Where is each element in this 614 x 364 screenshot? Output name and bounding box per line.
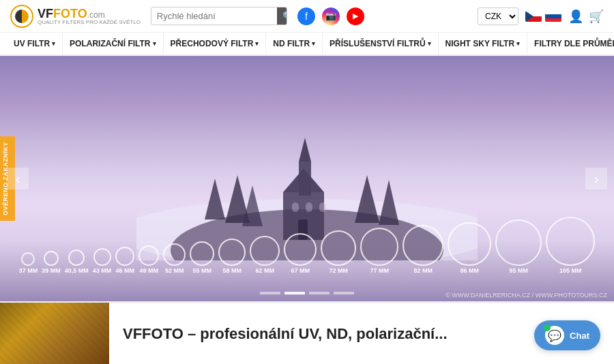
header-icons: 👤 🛒 [568, 9, 604, 24]
filter-size-label: 46 MM [116, 267, 135, 274]
main-nav: UV FILTR▾POLARIZAČNÍ FILTR▾PŘECHODOVÝ FI… [0, 33, 614, 56]
chat-button[interactable]: 💬 Chat [534, 320, 600, 350]
logo-circle [10, 5, 33, 28]
filter-circle [163, 243, 186, 266]
svg-rect-12 [292, 202, 299, 212]
filter-size-label: 58 MM [223, 267, 242, 274]
social-icons: f 📷 ▶ [297, 7, 364, 25]
filter-size-label: 52 MM [165, 267, 184, 274]
nav-item-uv-filtr[interactable]: UV FILTR▾ [7, 33, 63, 55]
filter-circle [546, 217, 595, 266]
nav-arrow-icon: ▾ [312, 40, 315, 47]
filter-circle [138, 245, 159, 266]
facebook-icon[interactable]: f [297, 7, 315, 25]
slovak-flag[interactable] [545, 11, 561, 22]
filter-size-item[interactable]: 52 MM [163, 243, 186, 274]
filter-size-item[interactable]: 95 MM [495, 219, 542, 274]
filter-size-item[interactable]: 72 MM [321, 230, 356, 274]
filter-circle [403, 225, 443, 266]
svg-rect-10 [299, 162, 311, 196]
logo-subtitle: QUALITY FILTERS PRO KAŽDÉ SVĚTLO [38, 19, 141, 25]
filter-size-label: 77 MM [370, 267, 390, 274]
filter-size-label: 37 MM [19, 267, 38, 274]
filter-circle [68, 249, 85, 266]
search-input[interactable] [151, 7, 277, 25]
header: VFFOTO.com QUALITY FILTERS PRO KAŽDÉ SVĚ… [0, 0, 614, 33]
nav-arrow-icon: ▾ [153, 40, 156, 47]
nav-arrow-icon: ▾ [52, 40, 55, 47]
filter-sizes-row: 37 MM39 MM40,5 MM43 MM46 MM49 MM52 MM55 … [0, 217, 614, 274]
filter-size-item[interactable]: 86 MM [448, 222, 491, 274]
hero-section: OVĚRENO ZÁKAZNÍKY ‹ › 37 MM39 MM4 [0, 56, 614, 301]
filter-size-item[interactable]: 46 MM [115, 247, 134, 274]
nav-arrow-icon: ▾ [428, 40, 431, 47]
nav-item-night-sky-filtr[interactable]: NIGHT SKY FILTR▾ [439, 33, 528, 55]
filter-size-item[interactable]: 37 MM [19, 252, 38, 274]
filter-size-item[interactable]: 62 MM [250, 236, 280, 274]
nav-item-filtry-dle-průměru[interactable]: FILTRY DLE PRŮMĚRU▾ [527, 33, 614, 55]
filter-circle [448, 222, 491, 266]
youtube-icon[interactable]: ▶ [347, 7, 364, 25]
filter-size-label: 95 MM [510, 267, 529, 274]
svg-marker-3 [205, 179, 225, 219]
bottom-title: VFFOTO – profesionální UV, ND, polarizač… [109, 315, 461, 353]
filter-circle [495, 219, 542, 266]
filter-size-label: 39 MM [42, 267, 61, 274]
instagram-icon[interactable]: 📷 [322, 7, 340, 25]
search-area: 🔍 [151, 7, 287, 25]
filter-size-label: 67 MM [291, 267, 310, 274]
nav-arrow-icon: ▾ [255, 40, 259, 47]
filter-size-item[interactable]: 55 MM [190, 241, 214, 274]
hero-prev-button[interactable]: ‹ [7, 168, 29, 189]
slide-dots [260, 292, 354, 294]
logo-label-orange: FOTO [53, 7, 87, 20]
filter-size-item[interactable]: 77 MM [360, 228, 398, 274]
logo-label: VF [38, 7, 53, 20]
nav-item-přechodový-filtr[interactable]: PŘECHODOVÝ FILTR▾ [164, 33, 267, 55]
nav-item-nd-filtr[interactable]: ND FILTR▾ [266, 33, 323, 55]
filter-size-item[interactable]: 49 MM [138, 245, 159, 274]
svg-marker-11 [299, 138, 311, 162]
filter-size-item[interactable]: 67 MM [284, 233, 317, 274]
filter-size-item[interactable]: 82 MM [403, 225, 443, 274]
filter-size-label: 82 MM [414, 267, 433, 274]
hero-next-button[interactable]: › [585, 168, 607, 189]
czech-flag[interactable] [525, 11, 542, 22]
filter-size-label: 62 MM [256, 267, 275, 274]
filter-size-item[interactable]: 58 MM [218, 239, 246, 274]
flag-icons [525, 11, 561, 22]
bottom-section: VFFOTO – profesionální UV, ND, polarizač… [0, 301, 614, 364]
nav-arrow-icon: ▾ [516, 40, 520, 47]
filter-size-item[interactable]: 40,5 MM [65, 249, 89, 274]
filter-size-label: 72 MM [330, 267, 349, 274]
hero-copyright: © WWW.DANIELRERICHA.CZ / WWW.PHOTOTOURS.… [445, 292, 607, 299]
cart-icon[interactable]: 🛒 [589, 9, 604, 24]
filter-circle [21, 252, 35, 266]
slide-dot-2[interactable] [309, 292, 330, 294]
nav-item-polarizační-filtr[interactable]: POLARIZAČNÍ FILTR▾ [63, 33, 163, 55]
currency-select[interactable]: CZK EUR [478, 7, 518, 25]
filter-circle [44, 251, 59, 266]
filter-size-label: 55 MM [193, 267, 212, 274]
filter-size-label: 86 MM [460, 267, 480, 274]
search-button[interactable]: 🔍 [277, 7, 287, 25]
slide-dot-0[interactable] [260, 292, 280, 294]
filter-size-item[interactable]: 43 MM [93, 248, 112, 274]
filter-size-label: 105 MM [559, 267, 582, 274]
filter-size-label: 43 MM [93, 267, 112, 274]
nav-item-příslušenství-filtrů[interactable]: PŘÍSLUŠENSTVÍ FILTRŮ▾ [323, 33, 438, 55]
filter-size-item[interactable]: 105 MM [546, 217, 595, 274]
bottom-image [0, 303, 109, 365]
logo[interactable]: VFFOTO.com QUALITY FILTERS PRO KAŽDÉ SVĚ… [10, 5, 141, 28]
slide-dot-3[interactable] [334, 292, 354, 294]
filter-circle [250, 236, 280, 266]
user-icon[interactable]: 👤 [568, 9, 583, 24]
filter-circle [284, 233, 317, 266]
filter-size-item[interactable]: 39 MM [42, 251, 61, 274]
chat-label: Chat [570, 331, 589, 341]
filter-circle [360, 228, 398, 266]
slide-dot-1[interactable] [284, 292, 305, 294]
logo-com: .com [87, 10, 105, 20]
filter-circle [321, 230, 356, 266]
svg-rect-14 [319, 202, 326, 212]
